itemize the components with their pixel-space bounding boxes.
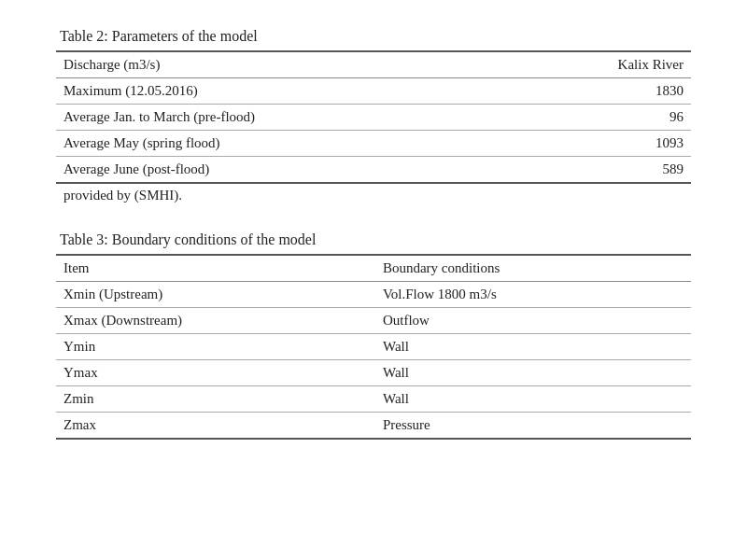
- table3-row-col1: Ymax: [56, 360, 375, 386]
- table2-row-col2: 589: [513, 157, 691, 184]
- table3-row-col1: Xmin (Upstream): [56, 282, 375, 308]
- table3-row-col2: Outflow: [375, 308, 691, 334]
- table2-row-col2: 96: [513, 105, 691, 131]
- table2-header-col2: Kalix River: [513, 51, 691, 78]
- table2-row-col1: Average Jan. to March (pre-flood): [56, 105, 513, 131]
- table2-row-col2: 1093: [513, 131, 691, 157]
- table2-row-col1: Average May (spring flood): [56, 131, 513, 157]
- table3-row-col2: Wall: [375, 334, 691, 360]
- table2: Discharge (m3/s) Kalix River Maximum (12…: [56, 50, 691, 184]
- table3-row-col2: Wall: [375, 360, 691, 386]
- table3-row-col2: Wall: [375, 386, 691, 413]
- table2-row-col1: Maximum (12.05.2016): [56, 78, 513, 105]
- table2-header-col1: Discharge (m3/s): [56, 51, 513, 78]
- table3-row-col1: Zmax: [56, 413, 375, 440]
- table3-row-col2: Pressure: [375, 413, 691, 440]
- table2-note: provided by (SMHI).: [56, 184, 691, 203]
- table3-title: Table 3: Boundary conditions of the mode…: [56, 231, 691, 248]
- table3: Item Boundary conditions Xmin (Upstream)…: [56, 254, 691, 440]
- table3-row-col1: Xmax (Downstream): [56, 308, 375, 334]
- table3-row-col1: Zmin: [56, 386, 375, 413]
- table3-header-col1: Item: [56, 255, 375, 282]
- table3-row-col1: Ymin: [56, 334, 375, 360]
- table2-title: Table 2: Parameters of the model: [56, 28, 691, 45]
- table3-header-col2: Boundary conditions: [375, 255, 691, 282]
- table2-section: Table 2: Parameters of the model Dischar…: [56, 28, 691, 203]
- table3-row-col2: Vol.Flow 1800 m3/s: [375, 282, 691, 308]
- table2-row-col2: 1830: [513, 78, 691, 105]
- table3-section: Table 3: Boundary conditions of the mode…: [56, 231, 691, 440]
- table2-row-col1: Average June (post-flood): [56, 157, 513, 184]
